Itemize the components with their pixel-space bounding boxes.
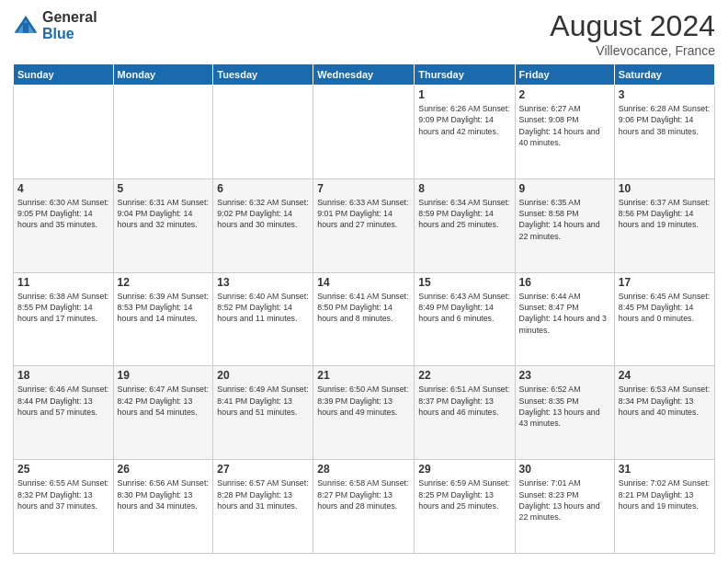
day-number: 29 (418, 463, 510, 476)
day-number: 13 (217, 276, 309, 289)
day-number: 7 (317, 182, 410, 195)
day-number: 4 (17, 182, 109, 195)
day-number: 8 (418, 182, 510, 195)
day-number: 23 (519, 369, 610, 382)
calendar-cell: 25Sunrise: 6:55 AM Sunset: 8:32 PM Dayli… (14, 460, 114, 554)
calendar-week-4: 18Sunrise: 6:46 AM Sunset: 8:44 PM Dayli… (14, 366, 715, 460)
svg-rect-2 (23, 22, 28, 32)
day-number: 10 (619, 182, 711, 195)
header-tuesday: Tuesday (213, 64, 313, 86)
calendar-week-5: 25Sunrise: 6:55 AM Sunset: 8:32 PM Dayli… (14, 460, 715, 554)
calendar-cell: 4Sunrise: 6:30 AM Sunset: 9:05 PM Daylig… (14, 178, 114, 272)
calendar-cell: 18Sunrise: 6:46 AM Sunset: 8:44 PM Dayli… (14, 366, 114, 460)
day-info: Sunrise: 6:50 AM Sunset: 8:39 PM Dayligh… (317, 384, 410, 418)
day-info: Sunrise: 6:30 AM Sunset: 9:05 PM Dayligh… (17, 197, 109, 231)
calendar-cell: 2Sunrise: 6:27 AM Sunset: 9:08 PM Daylig… (515, 86, 614, 179)
calendar-cell: 6Sunrise: 6:32 AM Sunset: 9:02 PM Daylig… (213, 178, 313, 272)
header-saturday: Saturday (614, 64, 714, 86)
calendar-cell: 20Sunrise: 6:49 AM Sunset: 8:41 PM Dayli… (213, 366, 313, 460)
day-info: Sunrise: 6:49 AM Sunset: 8:41 PM Dayligh… (217, 384, 309, 418)
calendar-cell: 9Sunrise: 6:35 AM Sunset: 8:58 PM Daylig… (515, 178, 614, 272)
day-number: 2 (519, 88, 610, 101)
day-info: Sunrise: 6:31 AM Sunset: 9:04 PM Dayligh… (118, 197, 210, 231)
calendar-cell: 1Sunrise: 6:26 AM Sunset: 9:09 PM Daylig… (415, 86, 515, 179)
day-number: 30 (519, 463, 610, 476)
day-info: Sunrise: 6:55 AM Sunset: 8:32 PM Dayligh… (17, 477, 109, 511)
day-info: Sunrise: 6:27 AM Sunset: 9:08 PM Dayligh… (519, 103, 610, 148)
day-number: 14 (317, 276, 410, 289)
calendar-table: Sunday Monday Tuesday Wednesday Thursday… (13, 63, 715, 554)
title-block: August 2024 Villevocance, France (550, 9, 715, 58)
calendar-cell: 12Sunrise: 6:39 AM Sunset: 8:53 PM Dayli… (113, 272, 213, 366)
calendar-cell (213, 86, 313, 179)
day-number: 1 (418, 88, 510, 101)
weekday-header-row: Sunday Monday Tuesday Wednesday Thursday… (14, 64, 715, 86)
day-number: 28 (317, 463, 410, 476)
day-info: Sunrise: 6:33 AM Sunset: 9:01 PM Dayligh… (317, 197, 410, 231)
day-info: Sunrise: 6:47 AM Sunset: 8:42 PM Dayligh… (118, 384, 210, 418)
day-number: 12 (118, 276, 210, 289)
header-wednesday: Wednesday (313, 64, 415, 86)
header-friday: Friday (515, 64, 614, 86)
day-number: 24 (619, 369, 711, 382)
day-info: Sunrise: 6:37 AM Sunset: 8:56 PM Dayligh… (619, 197, 711, 231)
calendar-cell: 10Sunrise: 6:37 AM Sunset: 8:56 PM Dayli… (614, 178, 714, 272)
calendar-cell: 26Sunrise: 6:56 AM Sunset: 8:30 PM Dayli… (113, 460, 213, 554)
day-info: Sunrise: 7:01 AM Sunset: 8:23 PM Dayligh… (519, 477, 610, 523)
day-info: Sunrise: 6:51 AM Sunset: 8:37 PM Dayligh… (418, 384, 510, 418)
calendar-cell: 31Sunrise: 7:02 AM Sunset: 8:21 PM Dayli… (614, 460, 714, 554)
day-info: Sunrise: 6:45 AM Sunset: 8:45 PM Dayligh… (619, 291, 711, 325)
day-number: 20 (217, 369, 309, 382)
day-number: 5 (118, 182, 210, 195)
calendar-week-1: 1Sunrise: 6:26 AM Sunset: 9:09 PM Daylig… (14, 86, 715, 179)
day-info: Sunrise: 6:56 AM Sunset: 8:30 PM Dayligh… (118, 477, 210, 511)
day-info: Sunrise: 6:34 AM Sunset: 8:59 PM Dayligh… (418, 197, 510, 231)
day-info: Sunrise: 6:39 AM Sunset: 8:53 PM Dayligh… (118, 291, 210, 325)
day-number: 26 (118, 463, 210, 476)
day-number: 25 (17, 463, 109, 476)
day-number: 11 (17, 276, 109, 289)
header-monday: Monday (113, 64, 213, 86)
day-info: Sunrise: 6:46 AM Sunset: 8:44 PM Dayligh… (17, 384, 109, 418)
day-info: Sunrise: 6:28 AM Sunset: 9:06 PM Dayligh… (619, 103, 711, 137)
day-info: Sunrise: 7:02 AM Sunset: 8:21 PM Dayligh… (619, 477, 711, 511)
calendar-cell: 11Sunrise: 6:38 AM Sunset: 8:55 PM Dayli… (14, 272, 114, 366)
day-number: 16 (519, 276, 610, 289)
calendar-cell: 22Sunrise: 6:51 AM Sunset: 8:37 PM Dayli… (415, 366, 515, 460)
day-info: Sunrise: 6:53 AM Sunset: 8:34 PM Dayligh… (619, 384, 711, 418)
calendar-cell: 19Sunrise: 6:47 AM Sunset: 8:42 PM Dayli… (113, 366, 213, 460)
header-sunday: Sunday (14, 64, 114, 86)
day-number: 22 (418, 369, 510, 382)
day-info: Sunrise: 6:40 AM Sunset: 8:52 PM Dayligh… (217, 291, 309, 325)
calendar-cell: 7Sunrise: 6:33 AM Sunset: 9:01 PM Daylig… (313, 178, 415, 272)
calendar-cell: 27Sunrise: 6:57 AM Sunset: 8:28 PM Dayli… (213, 460, 313, 554)
calendar-cell: 14Sunrise: 6:41 AM Sunset: 8:50 PM Dayli… (313, 272, 415, 366)
logo-general-text: General (42, 9, 97, 26)
logo: General Blue (13, 9, 97, 41)
day-info: Sunrise: 6:57 AM Sunset: 8:28 PM Dayligh… (217, 477, 309, 511)
day-number: 21 (317, 369, 410, 382)
day-info: Sunrise: 6:44 AM Sunset: 8:47 PM Dayligh… (519, 291, 610, 336)
day-info: Sunrise: 6:38 AM Sunset: 8:55 PM Dayligh… (17, 291, 109, 325)
calendar-cell: 5Sunrise: 6:31 AM Sunset: 9:04 PM Daylig… (113, 178, 213, 272)
day-info: Sunrise: 6:59 AM Sunset: 8:25 PM Dayligh… (418, 477, 510, 511)
calendar-cell: 24Sunrise: 6:53 AM Sunset: 8:34 PM Dayli… (614, 366, 714, 460)
day-info: Sunrise: 6:58 AM Sunset: 8:27 PM Dayligh… (317, 477, 410, 511)
calendar-cell (113, 86, 213, 179)
calendar-cell: 17Sunrise: 6:45 AM Sunset: 8:45 PM Dayli… (614, 272, 714, 366)
day-info: Sunrise: 6:35 AM Sunset: 8:58 PM Dayligh… (519, 197, 610, 242)
calendar-week-3: 11Sunrise: 6:38 AM Sunset: 8:55 PM Dayli… (14, 272, 715, 366)
header-thursday: Thursday (415, 64, 515, 86)
day-info: Sunrise: 6:32 AM Sunset: 9:02 PM Dayligh… (217, 197, 309, 231)
day-number: 18 (17, 369, 109, 382)
calendar-cell (14, 86, 114, 179)
calendar-cell: 29Sunrise: 6:59 AM Sunset: 8:25 PM Dayli… (415, 460, 515, 554)
calendar-cell: 23Sunrise: 6:52 AM Sunset: 8:35 PM Dayli… (515, 366, 614, 460)
day-number: 19 (118, 369, 210, 382)
calendar-cell: 15Sunrise: 6:43 AM Sunset: 8:49 PM Dayli… (415, 272, 515, 366)
day-number: 9 (519, 182, 610, 195)
logo-icon (13, 13, 39, 39)
page: General Blue August 2024 Villevocance, F… (0, 0, 728, 563)
calendar-cell: 21Sunrise: 6:50 AM Sunset: 8:39 PM Dayli… (313, 366, 415, 460)
calendar-week-2: 4Sunrise: 6:30 AM Sunset: 9:05 PM Daylig… (14, 178, 715, 272)
